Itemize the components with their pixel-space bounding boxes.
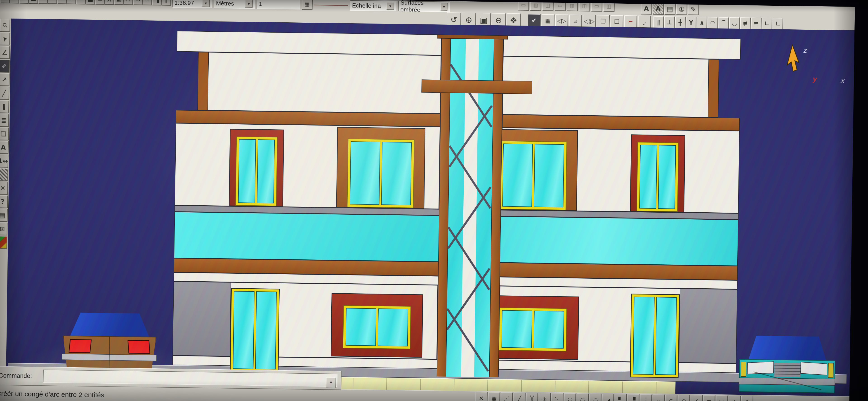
join-y[interactable]: Y xyxy=(686,17,696,29)
scale-combo[interactable]: 1:36.97 ▼ xyxy=(172,0,212,8)
snap-angle[interactable]: ∠ xyxy=(690,395,703,401)
render-stack-button[interactable]: ▦ xyxy=(302,0,312,10)
snap-q1[interactable]: ▘ xyxy=(615,394,627,401)
snap-nearest[interactable]: ⋰ xyxy=(501,392,513,401)
join-cross[interactable]: ╋ xyxy=(675,17,685,28)
edit-pen[interactable]: ✎ xyxy=(688,4,699,15)
dimension-tool-icon[interactable]: 1↔ xyxy=(0,154,8,167)
tool-waves[interactable]: ≈ xyxy=(143,0,152,5)
join-arc-low[interactable]: ◡ xyxy=(729,17,740,29)
snap-diamond[interactable]: ◇ xyxy=(728,395,741,401)
tool-text-i[interactable]: I xyxy=(67,0,76,4)
corner-trim[interactable]: ∟ xyxy=(762,18,772,30)
tool-line-styles[interactable]: ≡ xyxy=(76,0,86,4)
line-style-preview[interactable] xyxy=(314,2,348,8)
skew-entity[interactable]: ⊿ xyxy=(569,15,582,27)
join-arc-high[interactable]: ◠ xyxy=(708,17,718,29)
validate-tool[interactable]: ✔ xyxy=(528,14,540,27)
multiline-icon[interactable]: ≣ xyxy=(0,114,9,127)
tool-view-4[interactable]: ▭ xyxy=(555,0,565,11)
units-combo[interactable]: Mètres ▼ xyxy=(214,0,255,9)
command-input[interactable]: ▼ xyxy=(43,370,338,387)
tool-view-1[interactable]: ▭ xyxy=(518,0,529,10)
text-tool[interactable]: A xyxy=(641,3,652,15)
tool-view-5[interactable]: ▥ xyxy=(567,0,578,11)
erase-tool-icon[interactable]: ✕ xyxy=(0,182,8,195)
chevron-down-icon[interactable]: ▼ xyxy=(386,2,394,10)
join-arc-mid[interactable]: ⌒ xyxy=(718,17,729,29)
snap-parallel[interactable]: ≡ xyxy=(703,395,715,401)
snap-3d-icon[interactable]: ∠ xyxy=(0,46,10,59)
assembly-3d-icon[interactable]: ❏ xyxy=(0,127,8,140)
join-chevron[interactable]: ∧ xyxy=(697,17,707,29)
layers-icon[interactable]: ▤ xyxy=(0,209,7,222)
snap-arc[interactable]: ◠ xyxy=(665,395,677,401)
tool-layers-list[interactable]: ≣ xyxy=(95,0,105,4)
tool-font[interactable]: A xyxy=(124,0,133,5)
tool-hatch-fill[interactable]: ▒ xyxy=(114,0,124,5)
chevron-down-icon[interactable]: ▼ xyxy=(245,0,252,8)
measure-tool-icon[interactable]: ? xyxy=(0,195,8,208)
tool-view-7[interactable]: ▭ xyxy=(591,0,602,11)
line-tool-icon[interactable]: ╱ xyxy=(0,87,9,99)
annotation-number[interactable]: ① xyxy=(676,3,687,15)
shading-mode-combo[interactable]: Surfaces ombrée ▼ xyxy=(398,1,450,12)
text-block[interactable]: ▤ xyxy=(664,3,675,15)
drawing-canvas[interactable]: z y x xyxy=(6,19,855,397)
tool-cross[interactable]: ╳ xyxy=(105,0,114,4)
tool-sketch[interactable]: ✎ xyxy=(48,0,57,4)
select-arrow-icon[interactable]: ➤ xyxy=(0,32,10,45)
snap-corner[interactable]: ◢ xyxy=(602,394,614,401)
chevron-down-icon[interactable]: ▼ xyxy=(440,3,447,10)
wall-merge[interactable]: ≢ xyxy=(740,18,750,29)
fillet-corner[interactable]: ⌐ xyxy=(624,16,637,28)
print-scale-combo[interactable]: Echelle ina ▼ xyxy=(350,0,397,11)
snap-center[interactable]: ◌ xyxy=(589,394,601,401)
tool-gradient[interactable]: ▙ xyxy=(86,0,95,4)
wall-align[interactable]: ≡ xyxy=(751,18,761,30)
text-tool-icon[interactable]: A xyxy=(0,141,8,154)
tool-view-3[interactable]: ◫ xyxy=(542,0,553,11)
double-line-icon[interactable]: ∥ xyxy=(0,100,9,113)
snap-node[interactable]: ∷ xyxy=(564,393,576,401)
select-group-icon[interactable]: ⊡ xyxy=(0,222,7,235)
tool-grid-box[interactable]: ⊞ xyxy=(133,0,143,5)
tool-solid-fill[interactable]: ▄ xyxy=(29,0,38,4)
dimension-arrow-icon[interactable]: ↗ xyxy=(0,73,9,86)
snap-point[interactable]: ✳ xyxy=(539,393,551,401)
join-parallel[interactable]: ∥ xyxy=(653,16,664,28)
move-entity[interactable]: ❏ xyxy=(610,15,623,28)
mirror-copy[interactable]: ◁▷ xyxy=(555,15,568,27)
tool-snap-vertical[interactable]: ± xyxy=(0,0,10,3)
snap-line[interactable]: ╱ xyxy=(513,393,525,401)
hatch-tool-icon[interactable] xyxy=(0,168,8,181)
mirror-axis[interactable]: ◁¦▷ xyxy=(583,15,596,28)
join-perpendicular[interactable]: ⊥ xyxy=(664,16,675,28)
fillet-arc[interactable]: ◞ xyxy=(638,16,651,28)
fillet-wall[interactable]: ∟ xyxy=(773,18,783,30)
snap-origin[interactable]: ⊙ xyxy=(678,395,690,401)
tool-spline[interactable]: ∞ xyxy=(38,0,48,4)
tool-points[interactable]: ⋮ xyxy=(10,0,19,3)
tool-view-6[interactable]: ◫ xyxy=(579,0,590,11)
text-style-hatch[interactable]: A xyxy=(653,3,664,15)
snap-grid[interactable]: ▦ xyxy=(488,392,500,401)
tool-view-2[interactable]: ▥ xyxy=(530,0,541,11)
snap-plus[interactable]: ✚ xyxy=(741,396,753,401)
snap-dash[interactable]: ╌ xyxy=(653,395,664,401)
tool-view-8[interactable]: ▥ xyxy=(603,1,614,12)
copy-entity[interactable]: ❐ xyxy=(596,15,610,28)
chevron-down-icon[interactable]: ▼ xyxy=(326,377,336,388)
scale-factor-input[interactable]: 1 xyxy=(256,0,300,9)
snap-off[interactable]: ✕ xyxy=(475,392,487,401)
snap-segment[interactable]: ⋱ xyxy=(551,393,563,401)
array-copy[interactable]: ▦ xyxy=(541,14,554,27)
tool-text-t[interactable]: T xyxy=(57,0,67,4)
snap-intersection[interactable]: ╳ xyxy=(526,393,538,401)
snap-q2[interactable]: ▝ xyxy=(627,394,639,401)
render-cube-icon[interactable] xyxy=(0,236,7,249)
snap-window[interactable]: ▣ xyxy=(716,395,728,401)
sketch-pen-icon[interactable]: ✐ xyxy=(0,59,9,73)
chevron-down-icon[interactable]: ▼ xyxy=(202,0,210,7)
tool-pattern[interactable]: ▚ xyxy=(152,0,162,5)
